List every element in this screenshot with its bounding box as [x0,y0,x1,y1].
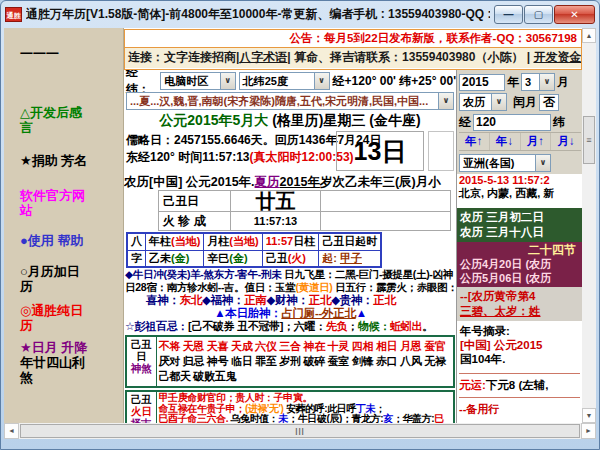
day-pillar-header: 11:57日柱 [262,233,319,250]
taishen-link[interactable]: 占门厕--外正北 [281,307,355,319]
title-bar: 通胜 通胜万年历[V1.58版-简体]-前4800年至10000年-常更新、编者… [1,1,599,27]
close-button[interactable]: ✕ [554,5,595,24]
minimize-button[interactable]: — [494,5,523,24]
links-middle: | 算命、择吉请联系：13559403980（小陈） | [287,50,533,64]
calendar-type-value: 农历 [463,95,485,110]
divider [459,397,580,398]
year-input[interactable] [459,74,505,91]
divider [459,373,580,374]
zeji-label-cell: 己丑 火日 择吉 [126,391,156,423]
month-select[interactable]: 3 ∨ [521,73,555,91]
sidebar-item-24-mountains[interactable]: 年廿四山利煞 [20,355,92,385]
sidebar-item-official-site[interactable]: 软件官方网站 [20,188,92,218]
era-summary-block: 年号摘录: [中国] 公元2015 国104年. [457,321,582,368]
scroll-left-icon[interactable]: ◄ [4,423,19,439]
year-pillar-value: 乙未(金) [146,250,204,267]
gods-direction-line: 喜神：东北◆福神：正南◆财神：正北◆贵神：正北 [124,294,456,307]
links-prefix: 连接：文字连接招商| [128,50,239,64]
sidebar-item-sun-moon-rise[interactable]: ★日月 升降 [20,340,92,355]
sidebar-item-month-day-calendar[interactable]: ○月历加日历 [20,264,92,294]
month-pillar-header: 月柱(当地) [204,233,262,250]
bazi-label-bottom: 字 [127,250,146,267]
era-country-year: [中国] 公元2015 [460,338,582,352]
horizontal-scrollbar-thumb[interactable]: ||| [20,424,580,438]
scroll-down-icon[interactable]: ▼ [582,408,596,423]
pengzu-line: ☆彭祖百忌：[己不破券 丑不冠带]；六曜：先负；物候：蚯蚓出。 [124,320,456,333]
current-datetime: 2015-5-13 11:57:2 [457,174,582,187]
announcement-text: 每月5到22日发布新版，联系作者-QQ：30567198 [324,32,577,44]
month-label: 月 [557,74,569,91]
latitude-select[interactable]: 北纬25度 ∨ [239,72,330,90]
dropdown-arrow-icon[interactable]: ∨ [314,73,329,89]
date-nav-buttons: 年↑ 年↓ 月↑ 月↓ [459,132,581,151]
maximize-button[interactable]: ▢ [524,5,553,24]
calendar-type-select[interactable]: 农历 ∨ [459,93,507,111]
dropdown-arrow-icon[interactable]: ∨ [491,94,506,110]
year-up-button[interactable]: 年↑ [459,133,490,150]
zeji-table: 己丑 火日 择吉 甲壬庚命财官印；贵人时：子申寅。 命互禄在午贵子申；(进禄'无… [125,390,455,423]
year-down-button[interactable]: 年↓ [490,133,521,150]
dynasty-value: ...夏...汉,魏,晋,南朝(宋齐梁陈)隋唐,五代,宋元明清,民国,中国... [130,94,428,109]
big-day-number: 13日 [336,131,424,171]
scroll-up-icon[interactable]: ▲ [582,28,596,43]
dropdown-arrow-icon[interactable]: ∨ [220,73,235,89]
zeji-content-cell: 甲壬庚命财官印；贵人时：子申寅。 命互禄在午贵子申；(进禄'无') 安葬的呼:此… [156,391,454,423]
bazi-terms-link[interactable]: 八字术语 [239,50,287,64]
region-select[interactable]: 亚洲(各国) ∨ [459,154,551,172]
sidebar-item-tongsheng-calendar[interactable]: ◎通胜纯日历 [20,303,92,333]
dropdown-arrow-icon[interactable]: ∨ [438,93,453,109]
solar-terms-title: 二十四节 [460,243,582,257]
weekday-zodiac: (格里历)星期三 (金牛座) [268,112,420,128]
leap-month-value[interactable]: 否 [539,94,559,111]
sidebar-item-donors[interactable]: ★捐助 芳名 [20,153,92,168]
jiazi-link[interactable]: 甲子 [340,252,362,264]
lunar-festival-1: 农历 三月初二日 [460,210,582,225]
solar-terms-block: 二十四节 公历4月20日 (农历 公历5月06日 (农历 [457,242,582,287]
fetal-god-line: ▲本日胎神：占门厕--外正北▲ [124,307,456,320]
dropdown-arrow-icon[interactable]: ∨ [535,155,550,171]
timezone-value: 电脑时区 [164,74,208,89]
day-time-cell: 11:57:13 [231,212,321,231]
xiali-link[interactable]: 夏历 [255,175,280,189]
taisui-link[interactable]: 三碧、太岁：姓 [460,304,582,319]
bazi-label-top: 八 [127,233,146,250]
app-window: 通胜 通胜万年历[V1.58版-简体]-前4800年至10000年-常更新、编者… [0,0,600,450]
clash-line: ◆牛日冲(癸未)羊-煞东方-害午-刑未 日九飞星：二黑-巨门-摄提星(土)-凶神 [124,268,456,281]
dropdown-arrow-icon[interactable]: ∨ [539,74,554,90]
horizontal-scrollbar[interactable]: ◄ ||| ► [4,423,596,439]
main-panel: 经纬： 电脑时区 ∨ 北纬25度 ∨ 经+120° 00' 纬+25° 00' … [124,70,456,423]
sidebar-item-dev-feelings[interactable]: △开发后感言 [20,105,92,135]
longitude-input[interactable] [473,114,551,131]
app-icon: 通胜 [5,7,22,22]
hour-pillar-header: 己丑日起时 [319,233,382,250]
donate-link[interactable]: 开发资金捐助 [534,50,582,64]
shensha-table: 己丑 日 神煞 不将 天恩 天喜 天成 六仪 三合 神在 十灵 四相 相日 月恩… [125,335,455,388]
day-info-table: 己丑日 廿五 火 轸 成 11:57:13 [158,190,451,231]
date-controls: 年 3 ∨ 月 农历 ∨ 闰月 否 经 [457,70,582,174]
timezone-select[interactable]: 电脑时区 ∨ [160,72,235,90]
era-title: 年号摘录: [460,324,582,338]
zeji-line-3: 巳酉子命三六合. 乌兔时值：未；牛日破(辰)；青龙方:亥；华盖方:巳 [159,414,452,423]
inauspicious-gods: 厌对 归忌 神号 临日 罪至 岁刑 破碎 蚕室 剑锋 赤口 八风 无禄 己都天 … [159,355,446,382]
longitude-label: 经 [459,114,471,131]
empty-cell [321,212,451,231]
vertical-scrollbar[interactable]: ▲ ≡ ▼ [582,28,596,423]
yuanyun-line: 元运:下元8 (左辅, [457,379,582,392]
day-ganzhi-cell: 己丑日 [159,191,231,212]
month-up-button[interactable]: 月↑ [521,133,552,150]
vertical-scrollbar-thumb[interactable]: ≡ [583,116,595,164]
month-value: 3 [525,76,531,88]
sidebar-item-help[interactable]: ●使用 帮助 [20,233,92,248]
date-header: 公元2015年5月大 (格里历)星期三 (金牛座) [124,112,456,130]
huangdi-era-block: --[农历黄帝第4 三碧、太岁：姓 [457,287,582,321]
xiali-year[interactable]: 2015年 [280,175,320,189]
lunar-year-line: 农历[中国] 公元2015年.夏历2015年岁次乙未年三(辰)月小 [124,174,456,190]
era-roc-year: 国104年. [460,352,582,366]
scroll-right-icon[interactable]: ► [581,423,596,439]
month-down-button[interactable]: 月↓ [551,133,581,150]
dynasty-select[interactable]: ...夏...汉,魏,晋,南朝(宋齐梁陈)隋唐,五代,宋元明清,民国,中国...… [126,92,454,110]
leap-month-label: 闰月 [513,94,537,111]
latitude-label: 纬 [553,114,565,131]
ganzhi-year: 岁次乙未年三(辰)月小 [320,175,441,189]
month-pillar-value: 辛巳(金) [204,250,262,267]
